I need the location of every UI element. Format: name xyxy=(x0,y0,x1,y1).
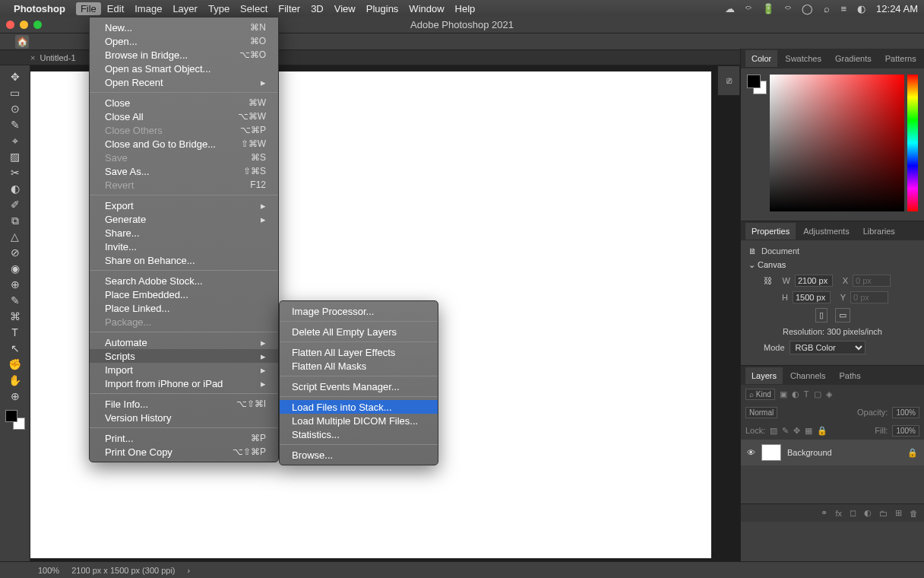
close-tab-button[interactable]: × xyxy=(30,53,35,62)
tab-color[interactable]: Color xyxy=(745,50,777,67)
menuitem-open-[interactable]: Open...⌘O xyxy=(90,34,278,48)
filter-adjustment-icon[interactable]: ◐ xyxy=(792,389,799,399)
height-input[interactable] xyxy=(793,291,831,303)
menu-help[interactable]: Help xyxy=(455,3,476,14)
menu-type[interactable]: Type xyxy=(208,3,229,14)
menuitem-delete-all-empty-layers[interactable]: Delete All Empty Layers xyxy=(280,325,438,338)
menuitem-close-all[interactable]: Close All⌥⌘W xyxy=(90,110,278,123)
color-swatch[interactable] xyxy=(747,75,767,94)
menuitem-new-[interactable]: New...⌘N xyxy=(90,21,278,34)
app-name[interactable]: Photoshop xyxy=(14,3,65,14)
menu-edit[interactable]: Edit xyxy=(107,3,124,14)
minimize-window-button[interactable] xyxy=(20,21,28,29)
menuitem-scripts[interactable]: Scripts▸ xyxy=(90,349,278,363)
tool-11[interactable]: ⊘ xyxy=(6,246,24,259)
link-layers-icon[interactable]: ⚭ xyxy=(821,508,827,518)
tab-paths[interactable]: Paths xyxy=(834,367,867,384)
hue-slider[interactable] xyxy=(907,75,918,211)
group-layers-icon[interactable]: 🗀 xyxy=(879,509,888,518)
tab-layers[interactable]: Layers xyxy=(745,367,783,384)
tool-0[interactable]: ✥ xyxy=(6,70,24,84)
menuitem-print-one-copy[interactable]: Print One Copy⌥⇧⌘P xyxy=(90,445,278,459)
layer-visibility-icon[interactable]: 👁 xyxy=(747,448,755,457)
foreground-color[interactable] xyxy=(5,410,17,422)
maximize-window-button[interactable] xyxy=(33,21,42,29)
tool-6[interactable]: ✂ xyxy=(6,166,24,179)
menuitem-statistics-[interactable]: Statistics... xyxy=(280,427,438,441)
menuitem-invite-[interactable]: Invite... xyxy=(90,240,278,253)
tool-18[interactable]: ✊ xyxy=(6,357,24,371)
fill-value[interactable]: 100% xyxy=(892,425,919,437)
tool-1[interactable]: ▭ xyxy=(6,86,24,100)
tab-gradients[interactable]: Gradients xyxy=(829,50,878,67)
layer-thumbnail[interactable] xyxy=(761,444,781,461)
menuitem-print-[interactable]: Print...⌘P xyxy=(90,431,278,445)
tool-15[interactable]: ⌘ xyxy=(6,310,24,323)
menu-filter[interactable]: Filter xyxy=(278,3,300,14)
bluetooth-icon[interactable]: ⌔ xyxy=(745,3,752,14)
canvas-section-toggle[interactable]: ⌄ xyxy=(748,260,758,269)
close-window-button[interactable] xyxy=(6,21,14,29)
tab-patterns[interactable]: Patterns xyxy=(879,50,922,67)
layer-filter-kind[interactable]: ⌕ Kind xyxy=(745,389,775,400)
color-mode-select[interactable]: RGB Color xyxy=(790,341,865,354)
menuitem-browse-in-bridge-[interactable]: Browse in Bridge...⌥⌘O xyxy=(90,48,278,62)
menu-window[interactable]: Window xyxy=(409,3,444,14)
tool-8[interactable]: ✐ xyxy=(6,198,24,211)
lock-transparent-icon[interactable]: ▨ xyxy=(770,426,777,436)
menu-plugins[interactable]: Plugins xyxy=(366,3,399,14)
document-tab[interactable]: Untitled-1 xyxy=(40,53,75,62)
menuitem-load-files-into-stack-[interactable]: Load Files into Stack... xyxy=(280,400,438,414)
menuitem-search-adobe-stock-[interactable]: Search Adobe Stock... xyxy=(90,274,278,287)
width-input[interactable] xyxy=(795,275,833,287)
tab-channels[interactable]: Channels xyxy=(784,367,831,384)
menuitem-flatten-all-layer-effects[interactable]: Flatten All Layer Effects xyxy=(280,345,438,359)
wifi-icon[interactable]: ⌔ xyxy=(785,3,791,14)
layer-name[interactable]: Background xyxy=(787,448,832,457)
menuitem-browse-[interactable]: Browse... xyxy=(280,448,438,462)
menuitem-place-linked-[interactable]: Place Linked... xyxy=(90,301,278,315)
menuitem-image-processor-[interactable]: Image Processor... xyxy=(280,304,438,318)
user-icon[interactable]: ◯ xyxy=(802,3,813,14)
filter-smart-icon[interactable]: ◈ xyxy=(826,389,832,399)
tab-adjustments[interactable]: Adjustments xyxy=(797,223,856,240)
foreground-color-swatch[interactable] xyxy=(747,75,761,88)
control-center-icon[interactable]: ≡ xyxy=(840,3,846,14)
menu-view[interactable]: View xyxy=(334,3,356,14)
menuitem-place-embedded-[interactable]: Place Embedded... xyxy=(90,287,278,301)
link-dimensions-icon[interactable]: ⛓ xyxy=(764,276,772,285)
orientation-landscape-button[interactable]: ▭ xyxy=(835,308,850,322)
tab-libraries[interactable]: Libraries xyxy=(857,223,901,240)
menuitem-load-multiple-dicom-files-[interactable]: Load Multiple DICOM Files... xyxy=(280,414,438,427)
menuitem-flatten-all-masks[interactable]: Flatten All Masks xyxy=(280,359,438,373)
filter-type-icon[interactable]: T xyxy=(804,389,809,399)
menuitem-import-from-iphone-or-ipad[interactable]: Import from iPhone or iPad▸ xyxy=(90,376,278,390)
tool-4[interactable]: ⌖ xyxy=(6,134,24,148)
adjustment-layer-icon[interactable]: ◐ xyxy=(864,508,872,518)
lock-all-icon[interactable]: 🔒 xyxy=(817,426,827,436)
menuitem-import[interactable]: Import▸ xyxy=(90,363,278,376)
tool-2[interactable]: ⊙ xyxy=(6,102,24,116)
tool-20[interactable]: ⊕ xyxy=(6,389,24,403)
layer-row[interactable]: 👁 Background 🔒 xyxy=(741,440,924,465)
menuitem-close[interactable]: Close⌘W xyxy=(90,96,278,110)
menu-3d[interactable]: 3D xyxy=(311,3,324,14)
tool-5[interactable]: ▨ xyxy=(6,150,24,164)
tool-9[interactable]: ⧉ xyxy=(6,214,24,227)
status-more-icon[interactable]: › xyxy=(188,566,191,575)
delete-layer-icon[interactable]: 🗑 xyxy=(910,509,918,518)
menuitem-export[interactable]: Export▸ xyxy=(90,198,278,212)
tool-14[interactable]: ✎ xyxy=(6,294,24,307)
tool-7[interactable]: ◐ xyxy=(6,182,24,195)
cloud-icon[interactable]: ☁ xyxy=(725,3,735,14)
new-layer-icon[interactable]: ⊞ xyxy=(895,508,902,518)
color-picker-field[interactable] xyxy=(770,75,904,211)
filter-shape-icon[interactable]: ▢ xyxy=(814,389,821,399)
siri-icon[interactable]: ◐ xyxy=(857,3,865,14)
menuitem-generate[interactable]: Generate▸ xyxy=(90,212,278,226)
menuitem-open-as-smart-object-[interactable]: Open as Smart Object... xyxy=(90,62,278,75)
tab-swatches[interactable]: Swatches xyxy=(779,50,827,67)
tool-16[interactable]: T xyxy=(6,326,24,339)
tool-17[interactable]: ↖ xyxy=(6,341,24,355)
menuitem-share-on-behance-[interactable]: Share on Behance... xyxy=(90,253,278,267)
